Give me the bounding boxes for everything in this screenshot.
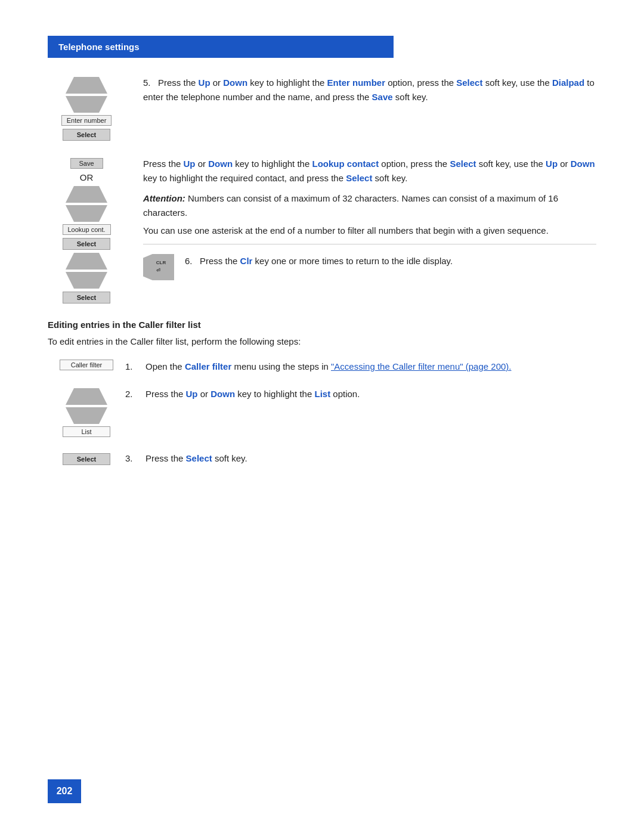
- step5-number: 5.: [143, 78, 156, 88]
- or-text2: key to highlight the: [233, 159, 312, 169]
- step5-text6: soft key.: [393, 92, 428, 102]
- nav-down-button-edit2: [66, 407, 107, 424]
- step6-text2: key one or more times to return to the i…: [252, 256, 453, 266]
- step5-section: Enter number Select 5. Press the Up or D…: [48, 76, 596, 143]
- attention-text1: Numbers can consist of a maximum of 32 c…: [143, 193, 558, 218]
- edit-step3-text2: soft key.: [212, 453, 247, 463]
- or-lookup-contact-label: Lookup contact: [312, 159, 379, 169]
- edit-step3-text-col: 3. Press the Select soft key.: [125, 451, 596, 466]
- step5-enter-number-label: Enter number: [327, 78, 386, 88]
- or-text-col: Press the Up or Down key to highlight th…: [143, 157, 596, 295]
- edit-step1-text2: menu using the steps in: [231, 361, 331, 371]
- step5-or1: or: [210, 78, 224, 88]
- step5-down-label: Down: [223, 78, 247, 88]
- nav-up-button-1: [66, 77, 107, 94]
- edit-step1-text-before: Open the: [145, 361, 185, 371]
- step6-number: 6.: [185, 256, 197, 266]
- attention-block: Attention: Numbers can consist of a maxi…: [143, 191, 596, 238]
- or-up-label: Up: [184, 159, 196, 169]
- or-select-label: Select: [450, 159, 476, 169]
- edit-step3-text-before: Press the: [145, 453, 186, 463]
- nav-down-button-1: [66, 96, 107, 113]
- edit-step3-select-label: Select: [186, 453, 212, 463]
- edit-step1-caller-filter-label: Caller filter: [185, 361, 231, 371]
- edit-step2-list-label: List: [314, 389, 330, 399]
- step5-dialpad-label: Dialpad: [552, 78, 584, 88]
- step6-text-before: Press the: [200, 256, 240, 266]
- nav-down-button-3: [66, 272, 107, 289]
- step5-save-label: Save: [372, 92, 393, 102]
- edit-step3-image-col: Select: [48, 451, 125, 467]
- or-section: Save OR Lookup cont. Select Select Press…: [48, 157, 596, 305]
- edit-step1-link[interactable]: "Accessing the Caller filter menu" (page…: [331, 361, 511, 371]
- lookup-cont-screen: Lookup cont.: [63, 224, 111, 235]
- select-softkey-3: Select: [63, 292, 110, 304]
- save-display-btn: Save: [70, 158, 103, 169]
- step5-image-col: Enter number Select: [48, 76, 125, 143]
- page-number: 202: [57, 786, 73, 797]
- edit-step2-text3: option.: [330, 389, 360, 399]
- clr-key-text: CLR⏎: [156, 259, 166, 275]
- attention-text2: You can use one asterisk at the end of a…: [143, 224, 596, 238]
- or-select2-label: Select: [346, 173, 372, 183]
- or-or2: or: [558, 159, 571, 169]
- step5-text: 5. Press the Up or Down key to highlight…: [143, 76, 596, 104]
- edit-step2-section: List 2. Press the Up or Down key to high…: [48, 387, 596, 438]
- header-title: Telephone settings: [58, 42, 140, 52]
- edit-step3-number: 3.: [125, 451, 138, 466]
- nav-up-button-edit2: [66, 388, 107, 405]
- editing-section-heading: Editing entries in the Caller filter lis…: [48, 320, 596, 330]
- step6-text-col: 6. Press the Clr key one or more times t…: [185, 254, 453, 268]
- edit-step1-number: 1.: [125, 360, 138, 374]
- page-number-badge: 202: [48, 779, 81, 803]
- edit-step1-section: Caller filter 1. Open the Caller filter …: [48, 360, 596, 374]
- or-text6: soft key.: [372, 173, 407, 183]
- step5-up-label: Up: [199, 78, 210, 88]
- step5-text2: key to highlight the: [247, 78, 327, 88]
- or-text3: option, press the: [379, 159, 450, 169]
- caller-filter-display-btn: Caller filter: [60, 360, 113, 370]
- select-softkey-2: Select: [63, 238, 110, 250]
- edit-step2-or1: or: [198, 389, 211, 399]
- step6-clr-col: CLR⏎: [143, 254, 174, 280]
- edit-step1-image-col: Caller filter: [48, 360, 125, 370]
- clr-key-icon: CLR⏎: [143, 254, 174, 280]
- edit-step2-down-label: Down: [210, 389, 235, 399]
- nav-down-button-2: [66, 205, 107, 222]
- or-up2-label: Up: [546, 159, 558, 169]
- or-text5: key to highlight the required contact, a…: [143, 173, 346, 183]
- step5-text-before: Press the: [158, 78, 199, 88]
- or-or1: or: [196, 159, 209, 169]
- nav-up-button-3: [66, 253, 107, 270]
- nav-up-button-2: [66, 186, 107, 203]
- edit-step3-section: Select 3. Press the Select soft key.: [48, 451, 596, 467]
- select-softkey-edit3: Select: [63, 453, 110, 465]
- editing-section-intro: To edit entries in the Caller filter lis…: [48, 335, 596, 349]
- enter-number-screen: Enter number: [61, 115, 112, 126]
- or-down2-label: Down: [571, 159, 595, 169]
- step6-clr-label: Clr: [240, 256, 253, 266]
- or-label: OR: [80, 172, 94, 182]
- edit-step2-text2: key to highlight the: [235, 389, 314, 399]
- step6-inline: CLR⏎ 6. Press the Clr key one or more ti…: [143, 254, 596, 280]
- step5-select-label: Select: [456, 78, 482, 88]
- step5-text4: soft key, use the: [482, 78, 552, 88]
- list-display-btn: List: [63, 426, 110, 437]
- or-text-before: Press the: [143, 159, 184, 169]
- or-text4: soft key, use the: [476, 159, 546, 169]
- page-header: Telephone settings: [48, 36, 394, 58]
- step5-text3: option, press the: [385, 78, 456, 88]
- edit-step2-up-label: Up: [186, 389, 198, 399]
- edit-step2-text-before: Press the: [145, 389, 186, 399]
- edit-step2-text-col: 2. Press the Up or Down key to highlight…: [125, 387, 596, 401]
- or-down-label: Down: [208, 159, 233, 169]
- or-image-col: Save OR Lookup cont. Select Select: [48, 157, 125, 305]
- edit-step2-number: 2.: [125, 387, 138, 401]
- edit-step2-image-col: List: [48, 387, 125, 438]
- edit-step1-text-col: 1. Open the Caller filter menu using the…: [125, 360, 596, 374]
- attention-label: Attention:: [143, 193, 185, 203]
- select-softkey-1: Select: [63, 129, 110, 141]
- section-divider: [143, 244, 596, 244]
